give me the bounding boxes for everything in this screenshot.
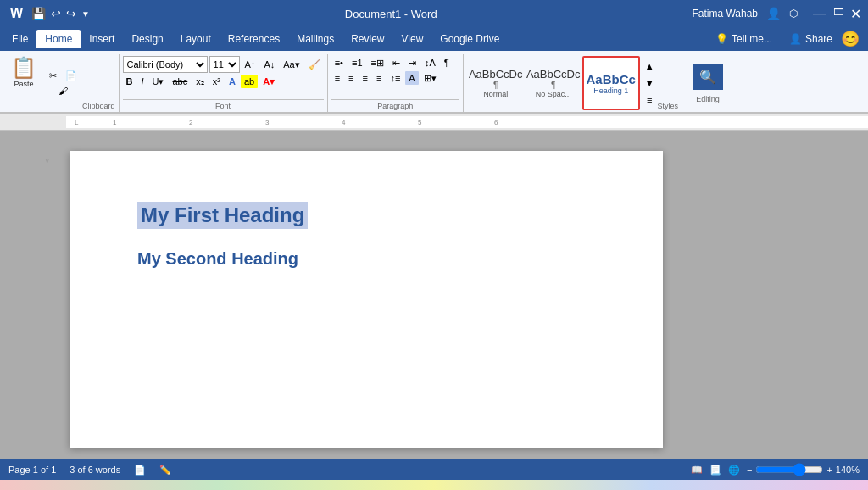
decrease-indent-button[interactable]: ⇤ (389, 56, 403, 70)
menu-design[interactable]: Design (123, 30, 171, 48)
menu-google-drive[interactable]: Google Drive (431, 30, 508, 48)
customize-qat-button[interactable]: ▼ (81, 9, 90, 19)
ruler: L 1 2 3 4 5 6 (0, 114, 868, 131)
strikethrough-button[interactable]: abc (170, 75, 192, 88)
undo-button[interactable]: ↩ (51, 7, 61, 20)
page-info: Page 1 of 1 (8, 465, 56, 475)
menu-file[interactable]: File (3, 30, 36, 48)
menu-layout[interactable]: Layout (172, 30, 220, 48)
style-normal[interactable]: AaBbCcDc ¶ Normal (467, 56, 525, 110)
text-highlight-button[interactable]: ab (241, 75, 258, 88)
underline-button[interactable]: U▾ (149, 75, 168, 88)
menu-references[interactable]: References (220, 30, 288, 48)
zoom-slider[interactable] (755, 463, 823, 476)
cut-button[interactable]: ✂ (46, 70, 60, 83)
font-size-select[interactable]: 11 12 14 (209, 56, 240, 73)
proofing-icon[interactable]: 📄 (134, 465, 146, 476)
print-layout-icon[interactable]: 📃 (709, 465, 721, 476)
title-bar-left: W 💾 ↩ ↪ ▼ (7, 5, 90, 22)
paragraph-rows: ≡• ≡1 ≡⊞ ⇤ ⇥ ↕A ¶ ≡ ≡ ≡ ≡ ↕≡ A ⊞▾ (331, 56, 459, 97)
tell-me-label[interactable]: Tell me... (732, 33, 772, 45)
menu-insert[interactable]: Insert (81, 30, 123, 48)
align-right-button[interactable]: ≡ (359, 71, 371, 85)
sort-button[interactable]: ↕A (421, 56, 439, 70)
shading-button[interactable]: A (405, 71, 418, 85)
paragraph-label: Paragraph (331, 99, 459, 110)
styles-label: Styles (658, 100, 679, 110)
menu-view[interactable]: View (393, 30, 432, 48)
heading1-preview: AaBbCc (587, 72, 636, 86)
paste-label: Paste (14, 80, 33, 88)
close-button[interactable]: ✕ (850, 6, 861, 22)
style-no-spacing[interactable]: AaBbCcDc ¶ No Spac... (525, 56, 582, 110)
styles-scroll-down[interactable]: ▼ (642, 76, 658, 90)
paragraph-row1: ≡• ≡1 ≡⊞ ⇤ ⇥ ↕A ¶ (331, 56, 459, 70)
word-logo: W (7, 5, 26, 22)
superscript-button[interactable]: x² (209, 75, 224, 88)
subscript-button[interactable]: x₂ (192, 75, 208, 88)
clipboard-label: Clipboard (82, 100, 115, 110)
heading1-text[interactable]: My First Heading (137, 202, 308, 229)
redo-button[interactable]: ↪ (66, 7, 76, 20)
word-count: 3 of 6 words (70, 465, 120, 475)
styles-scroll-up[interactable]: ▲ (642, 59, 658, 73)
paragraph-row2: ≡ ≡ ≡ ≡ ↕≡ A ⊞▾ (331, 71, 459, 85)
zoom-level: 140% (836, 465, 860, 475)
clipboard-section: 📋 Paste ✂ 📄 🖌 Clipboard (0, 54, 120, 112)
share-button[interactable]: 👤 Share (781, 30, 841, 48)
increase-indent-button[interactable]: ⇥ (405, 56, 420, 70)
bullets-button[interactable]: ≡• (331, 56, 347, 70)
styles-more[interactable]: ≡ (642, 93, 658, 107)
normal-label: Normal (483, 90, 508, 98)
document-page[interactable]: My First Heading My Second Heading (70, 151, 663, 448)
menu-mailings[interactable]: Mailings (288, 30, 342, 48)
nospacing-preview: AaBbCcDc (526, 68, 581, 81)
paste-icon: 📋 (11, 56, 36, 80)
bold-button[interactable]: B (123, 75, 136, 88)
zoom-plus-button[interactable]: + (826, 465, 832, 475)
style-heading1[interactable]: AaBbCc Heading 1 (582, 56, 640, 110)
change-case-button[interactable]: Aa▾ (280, 58, 303, 71)
font-family-select[interactable]: Calibri (Body) (123, 56, 208, 73)
show-formatting-button[interactable]: ¶ (441, 56, 453, 70)
paste-button[interactable]: 📋 Paste (3, 56, 44, 110)
user-name: Fatima Wahab (692, 8, 758, 19)
document-title: Document1 - Word (345, 8, 437, 20)
macarons-bar (0, 480, 868, 490)
multilevel-list-button[interactable]: ≡⊞ (368, 56, 387, 70)
ribbon-display-options[interactable]: ⬡ (789, 8, 798, 19)
copy-button[interactable]: 📄 (62, 70, 81, 83)
clear-format-button[interactable]: 🧹 (305, 58, 324, 71)
title-bar: W 💾 ↩ ↪ ▼ Document1 - Word Fatima Wahab … (0, 0, 868, 27)
format-painter-button[interactable]: 🖌 (46, 84, 81, 97)
track-changes-icon[interactable]: ✏️ (159, 465, 171, 476)
styles-section: AaBbCcDc ¶ Normal AaBbCcDc ¶ No Spac... … (464, 54, 682, 112)
justify-button[interactable]: ≡ (373, 71, 385, 85)
ribbon-top: 📋 Paste ✂ 📄 🖌 Clipboard Calibri (Body) (0, 54, 868, 112)
minimize-button[interactable]: — (813, 6, 826, 22)
align-left-button[interactable]: ≡ (331, 71, 343, 85)
tell-me-input[interactable]: 💡 Tell me... (707, 30, 781, 48)
search-button[interactable]: 🔍 (693, 64, 723, 90)
italic-button[interactable]: I (137, 75, 147, 88)
read-mode-icon[interactable]: 📖 (691, 465, 703, 476)
font-color-button[interactable]: A▾ (259, 75, 278, 88)
decrease-font-button[interactable]: A↓ (260, 58, 278, 71)
share-label[interactable]: Share (805, 33, 832, 45)
save-button[interactable]: 💾 (31, 7, 46, 20)
zoom-minus-button[interactable]: − (747, 465, 752, 475)
normal-preview: AaBbCcDc (469, 68, 523, 81)
borders-button[interactable]: ⊞▾ (420, 71, 440, 85)
maximize-button[interactable]: 🗖 (833, 6, 843, 22)
numbering-button[interactable]: ≡1 (348, 56, 366, 70)
increase-font-button[interactable]: A↑ (242, 58, 259, 71)
line-spacing-button[interactable]: ↕≡ (387, 71, 403, 85)
nospacing-label: No Spac... (536, 90, 571, 98)
menu-home[interactable]: Home (36, 30, 81, 48)
text-effects-button[interactable]: A (225, 75, 239, 88)
menu-review[interactable]: Review (342, 30, 392, 48)
web-layout-icon[interactable]: 🌐 (728, 465, 740, 476)
heading2-text[interactable]: My Second Heading (137, 249, 595, 269)
account-icon[interactable]: 👤 (766, 7, 781, 20)
align-center-button[interactable]: ≡ (345, 71, 357, 85)
